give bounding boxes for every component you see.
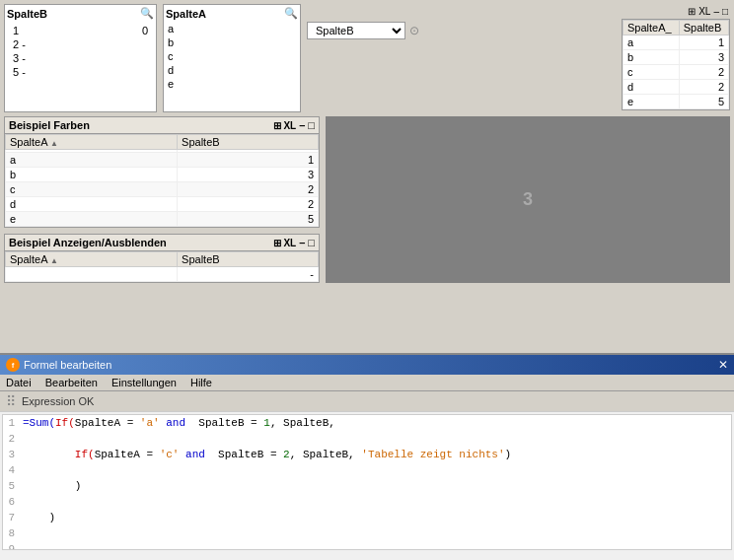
line-num-9: 9 bbox=[7, 543, 23, 550]
list-item[interactable]: a bbox=[166, 22, 298, 35]
list-item[interactable]: d bbox=[166, 63, 298, 77]
line-num-5: 5 bbox=[7, 480, 23, 496]
dropdown-area: SpalteB ⊙ bbox=[307, 22, 419, 39]
maximize-icon[interactable]: □ bbox=[722, 6, 728, 17]
sort-icon-1[interactable]: ▲ bbox=[50, 139, 58, 148]
menu-datei[interactable]: Datei bbox=[6, 377, 32, 388]
minimize-icon[interactable]: – bbox=[713, 6, 719, 17]
line-num-7: 7 bbox=[7, 512, 23, 527]
col-spaltea: SpalteA_ bbox=[624, 21, 680, 35]
formula-icon: f bbox=[6, 358, 20, 372]
line-num-6: 6 bbox=[7, 496, 23, 512]
table-row: - bbox=[6, 267, 319, 282]
spinner-icon: ⊙ bbox=[409, 24, 419, 37]
table-row: c2 bbox=[6, 182, 319, 197]
table-row: b3 bbox=[6, 168, 319, 182]
minimize-icon-anzeigen[interactable]: – bbox=[299, 237, 305, 248]
gripper-icon: ⠿ bbox=[6, 393, 16, 409]
minimize-icon-farben[interactable]: – bbox=[299, 119, 305, 131]
gray-number: 3 bbox=[523, 189, 533, 210]
code-line-5: 5 ) bbox=[7, 480, 727, 496]
code-line-2: 2 bbox=[7, 433, 727, 449]
spalteb-listbox: SpalteB 🔍 10 2 - 3 - 5 - bbox=[4, 4, 157, 112]
col-spalteb: SpalteB bbox=[679, 21, 728, 35]
panel-anzeigen: Beispiel Anzeigen/Ausblenden ⊞ XL – □ Sp… bbox=[4, 234, 320, 283]
code-line-8: 8 bbox=[7, 527, 727, 543]
list-item[interactable]: 10 bbox=[9, 24, 152, 37]
formula-title-left: f Formel bearbeiten bbox=[6, 358, 111, 372]
code-line-7: 7 ) bbox=[7, 512, 727, 527]
table-row: b3 bbox=[624, 50, 729, 65]
formula-close-button[interactable]: ✕ bbox=[718, 358, 728, 372]
formula-editor: f Formel bearbeiten ✕ Datei Bearbeiten E… bbox=[0, 353, 734, 560]
left-panels: Beispiel Farben ⊞ XL – □ SpalteA ▲ bbox=[4, 116, 320, 283]
table-row: d2 bbox=[6, 197, 319, 212]
table-row: e5 bbox=[624, 95, 729, 109]
middle-area: Beispiel Farben ⊞ XL – □ SpalteA ▲ bbox=[0, 116, 734, 287]
spalteb-title: SpalteB 🔍 bbox=[7, 7, 154, 20]
anzeigen-col1: SpalteA ▲ bbox=[6, 252, 178, 267]
panel-farben-header: Beispiel Farben ⊞ XL – □ bbox=[5, 117, 319, 134]
formula-titlebar: f Formel bearbeiten ✕ bbox=[0, 355, 734, 375]
line-num-3: 3 bbox=[7, 449, 23, 464]
line-num-1: 1 bbox=[7, 417, 23, 433]
list-item[interactable]: 5 - bbox=[9, 65, 152, 79]
spaltea-listbox: SpalteA 🔍 a b c d e bbox=[163, 4, 301, 112]
spalteb-dropdown[interactable]: SpalteB bbox=[307, 22, 405, 39]
code-content-7: ) bbox=[23, 512, 55, 527]
spalteb-items: 10 2 - 3 - 5 - bbox=[7, 22, 154, 81]
code-content-1: =Sum(If(SpalteA = 'a' and SpalteB = 1, S… bbox=[23, 417, 335, 433]
xl-icon-farben[interactable]: ⊞ XL bbox=[273, 120, 297, 131]
table-row: a1 bbox=[624, 35, 729, 50]
maximize-icon-farben[interactable]: □ bbox=[308, 119, 315, 131]
list-item[interactable]: e bbox=[166, 77, 298, 91]
anzeigen-col2: SpalteB bbox=[178, 252, 319, 267]
formula-code-area[interactable]: 1 =Sum(If(SpalteA = 'a' and SpalteB = 1,… bbox=[2, 414, 732, 550]
menu-einstellungen[interactable]: Einstellungen bbox=[111, 377, 177, 388]
farben-col2: SpalteB bbox=[178, 135, 319, 150]
list-item[interactable]: c bbox=[166, 49, 298, 63]
list-item[interactable]: 2 - bbox=[9, 37, 152, 51]
maximize-icon-anzeigen[interactable]: □ bbox=[308, 237, 315, 248]
top-right-table: SpalteA_ SpalteB a1 b3 c2 d2 e5 bbox=[622, 19, 730, 110]
table-row: c2 bbox=[624, 65, 729, 80]
spalteb-label: SpalteB bbox=[7, 8, 47, 20]
table-row: e5 bbox=[6, 212, 319, 227]
search-icon[interactable]: 🔍 bbox=[140, 7, 154, 20]
code-line-9: 9 bbox=[7, 543, 727, 550]
panel-anzeigen-icons: ⊞ XL – □ bbox=[273, 237, 315, 248]
formula-toolbar: ⠿ Expression OK bbox=[0, 391, 734, 412]
code-line-3: 3 If(SpalteA = 'c' and SpalteB = 2, Spal… bbox=[7, 449, 727, 464]
anzeigen-table: SpalteA ▲ SpalteB - bbox=[5, 251, 319, 282]
panel-anzeigen-title: Beispiel Anzeigen/Ausblenden bbox=[9, 237, 167, 248]
table-row: a1 bbox=[6, 153, 319, 168]
top-right-header: ⊞ XL – □ bbox=[622, 4, 730, 19]
list-item[interactable]: 3 - bbox=[9, 51, 152, 65]
menu-hilfe[interactable]: Hilfe bbox=[190, 377, 212, 388]
top-right-panel: ⊞ XL – □ SpalteA_ SpalteB a1 b3 c2 bbox=[622, 4, 730, 110]
spaltea-title: SpalteA 🔍 bbox=[166, 7, 298, 20]
xl-icon-anzeigen[interactable]: ⊞ XL bbox=[273, 238, 297, 248]
list-item[interactable]: b bbox=[166, 35, 298, 49]
panel-anzeigen-header: Beispiel Anzeigen/Ausblenden ⊞ XL – □ bbox=[5, 235, 319, 251]
panel-farben-title: Beispiel Farben bbox=[9, 119, 90, 131]
panel-farben: Beispiel Farben ⊞ XL – □ SpalteA ▲ bbox=[4, 116, 320, 228]
spaltea-label: SpalteA bbox=[166, 8, 206, 20]
farben-table: SpalteA ▲ SpalteB a1 b3 c2 d2 e5 bbox=[5, 134, 319, 227]
formula-menubar: Datei Bearbeiten Einstellungen Hilfe bbox=[0, 375, 734, 391]
search-icon-a[interactable]: 🔍 bbox=[284, 7, 298, 20]
line-num-4: 4 bbox=[7, 464, 23, 480]
spaltea-items: a b c d e bbox=[166, 22, 298, 91]
code-line-1: 1 =Sum(If(SpalteA = 'a' and SpalteB = 1,… bbox=[7, 417, 727, 433]
code-line-6: 6 bbox=[7, 496, 727, 512]
code-content-5: ) bbox=[23, 480, 81, 496]
gray-preview-area: 3 bbox=[326, 116, 730, 283]
code-content-3: If(SpalteA = 'c' and SpalteB = 2, Spalte… bbox=[23, 449, 511, 464]
sort-icon-2[interactable]: ▲ bbox=[50, 256, 58, 265]
formula-title-text: Formel bearbeiten bbox=[24, 359, 111, 371]
farben-col1: SpalteA ▲ bbox=[6, 135, 178, 150]
xl-icon[interactable]: ⊞ XL bbox=[688, 6, 710, 17]
menu-bearbeiten[interactable]: Bearbeiten bbox=[45, 377, 98, 388]
expression-status: Expression OK bbox=[22, 395, 94, 407]
table-row: d2 bbox=[624, 80, 729, 95]
